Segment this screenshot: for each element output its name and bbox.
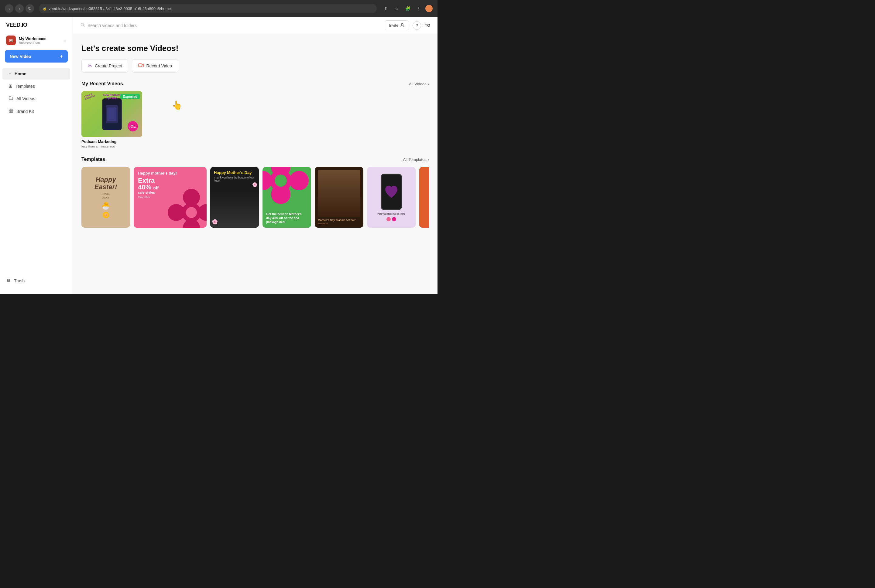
svg-point-18	[275, 174, 287, 187]
top-bar-actions: Invite ? TO	[385, 20, 430, 30]
sidebar-item-templates[interactable]: ⊞ Templates	[2, 80, 70, 92]
new-video-label: New Video	[10, 54, 31, 59]
all-videos-link[interactable]: All Videos ›	[409, 82, 429, 86]
action-buttons: ✂ Create Project Record Video	[81, 59, 429, 72]
new-video-button[interactable]: New Video +	[5, 50, 68, 63]
scissors-icon: ✂	[88, 63, 92, 69]
phone-mockup	[381, 174, 402, 210]
social-icon-1	[386, 217, 391, 221]
invite-button[interactable]: Invite	[385, 20, 409, 30]
video-time: less than a minute ago	[81, 144, 142, 148]
recent-videos-section: My Recent Videos All Videos › Listen &Su…	[73, 79, 438, 154]
back-button[interactable]: ‹	[5, 4, 14, 13]
nav-label-brand-kit: Brand Kit	[17, 109, 34, 114]
social-icon-2	[392, 217, 396, 221]
app-logo: VEED.IO	[0, 22, 73, 33]
forward-button[interactable]: ›	[15, 4, 24, 13]
easter-content: HappyEaster! Love,xxxx 🐣 🌼	[89, 170, 123, 225]
video-card[interactable]: Listen &Subscribe New PodcastEpisode GET…	[81, 92, 142, 148]
nav-label-home: Home	[15, 71, 26, 76]
help-button[interactable]: ?	[413, 21, 421, 30]
mothers-pink-title: Happy mother's day!	[138, 171, 202, 176]
template-card-vinyl[interactable]: VinylVau V	[419, 167, 429, 228]
svg-point-16	[289, 171, 309, 190]
video-info: Podcast Marketing less than a minute ago	[81, 140, 142, 148]
user-avatar	[425, 5, 433, 12]
menu-button[interactable]: ⋮	[414, 4, 423, 13]
search-bar[interactable]: Search videos and folders	[80, 22, 380, 28]
template-card-art-fair[interactable]: Mother's Day Classic Art Fair website.co	[315, 167, 363, 228]
question-icon: ?	[416, 23, 418, 28]
sidebar-item-home[interactable]: ⌂ Home	[2, 68, 70, 80]
plus-icon: +	[60, 53, 63, 60]
template-card-phone[interactable]: Your Content Goes Here	[367, 167, 416, 228]
top-bar: Search videos and folders Invite ?	[73, 17, 438, 34]
flower-icon-2: 🌸	[252, 182, 257, 187]
svg-point-5	[401, 23, 403, 25]
nav-label-all-videos: All Videos	[17, 96, 35, 101]
phone-content: Your Content Goes Here	[373, 167, 410, 228]
template-card-green-flowers[interactable]: Get the best on Mother's day 40% off on …	[263, 167, 311, 228]
nav-label-templates: Templates	[15, 84, 35, 88]
extensions-button[interactable]: 🧩	[403, 4, 412, 13]
green-flowers-text: Get the best on Mother's day 40% off on …	[266, 212, 307, 224]
brand-kit-icon	[9, 108, 14, 114]
workspace-selector[interactable]: M My Workspace Business Plan ⌄	[0, 33, 73, 48]
mothers-pink-content: Happy mother's day! Extra40% off sale st…	[134, 167, 207, 203]
create-project-button[interactable]: ✂ Create Project	[81, 59, 128, 72]
art-fair-content: Mother's Day Classic Art Fair website.co	[315, 167, 363, 228]
video-name: Podcast Marketing	[81, 140, 142, 144]
bookmark-button[interactable]: ☆	[392, 4, 401, 13]
chevron-down-icon: ⌄	[63, 38, 66, 42]
refresh-button[interactable]: ↻	[26, 4, 34, 13]
record-video-button[interactable]: Record Video	[132, 59, 178, 72]
svg-rect-2	[9, 111, 11, 112]
add-person-icon	[400, 22, 405, 28]
art-fair-bg	[318, 170, 360, 217]
invite-label: Invite	[389, 23, 398, 28]
get-started-sticker: GETSTARTED	[128, 121, 138, 132]
easter-title: HappyEaster!	[95, 176, 117, 190]
sidebar: VEED.IO M My Workspace Business Plan ⌄ N…	[0, 17, 73, 294]
template-card-mothers-pink[interactable]: Happy mother's day! Extra40% off sale st…	[134, 167, 207, 228]
mothers-black-content: Happy Mother's Day Thank you from the bo…	[210, 167, 259, 228]
templates-section: Templates All Templates › HappyEaster! L…	[73, 154, 438, 234]
phone-content-label: Your Content Goes Here	[377, 213, 405, 215]
chevron-right-icon: ›	[428, 82, 429, 86]
trash-label: Trash	[14, 278, 25, 283]
all-templates-link[interactable]: All Templates ›	[403, 157, 429, 162]
chevron-right-templates-icon: ›	[428, 157, 429, 162]
sidebar-item-brand-kit[interactable]: Brand Kit	[2, 105, 70, 117]
sidebar-item-trash[interactable]: Trash	[2, 275, 70, 286]
all-videos-label: All Videos	[409, 82, 427, 86]
hero-title-start: Let's create some	[81, 44, 150, 53]
url-text: veed.io/workspaces/ee063515-a841-48e2-99…	[49, 6, 171, 11]
camera-icon	[138, 63, 144, 69]
record-video-label: Record Video	[146, 63, 172, 68]
create-project-label: Create Project	[95, 63, 122, 68]
folder-icon	[9, 96, 14, 102]
template-card-easter[interactable]: HappyEaster! Love,xxxx 🐣 🌼	[81, 167, 130, 228]
template-card-mothers-black[interactable]: Happy Mother's Day Thank you from the bo…	[210, 167, 259, 228]
templates-icon: ⊞	[9, 83, 12, 89]
vinyl-content: VinylVau V	[419, 167, 429, 228]
art-fair-label: Mother's Day Classic Art Fair	[318, 219, 360, 222]
easter-subtitle: Love,xxxx	[95, 192, 117, 199]
hero-title-bold: Videos!	[150, 44, 178, 53]
address-bar[interactable]: 🔒 veed.io/workspaces/ee063515-a841-48e2-…	[39, 4, 377, 14]
hero-section: Let's create some Videos! ✂ Create Proje…	[73, 34, 438, 79]
browser-chrome: ‹ › ↻ 🔒 veed.io/workspaces/ee063515-a841…	[0, 0, 438, 17]
share-button[interactable]: ⬆	[382, 4, 390, 13]
easter-chick-icon: 🐣	[95, 202, 117, 210]
easter-flower-icon: 🌼	[95, 211, 117, 219]
mothers-black-subtitle: Thank you from the bottom of our heart	[214, 176, 255, 182]
svg-rect-3	[11, 111, 13, 112]
search-icon	[80, 22, 85, 28]
svg-rect-1	[11, 109, 13, 111]
user-badge[interactable]: TO	[425, 23, 430, 28]
main-content: Search videos and folders Invite ?	[73, 17, 438, 294]
workspace-plan: Business Plan	[19, 41, 60, 45]
templates-title: Templates	[81, 157, 105, 162]
sidebar-item-all-videos[interactable]: All Videos	[2, 93, 70, 105]
flower-icon-1: 🌸	[212, 219, 218, 225]
